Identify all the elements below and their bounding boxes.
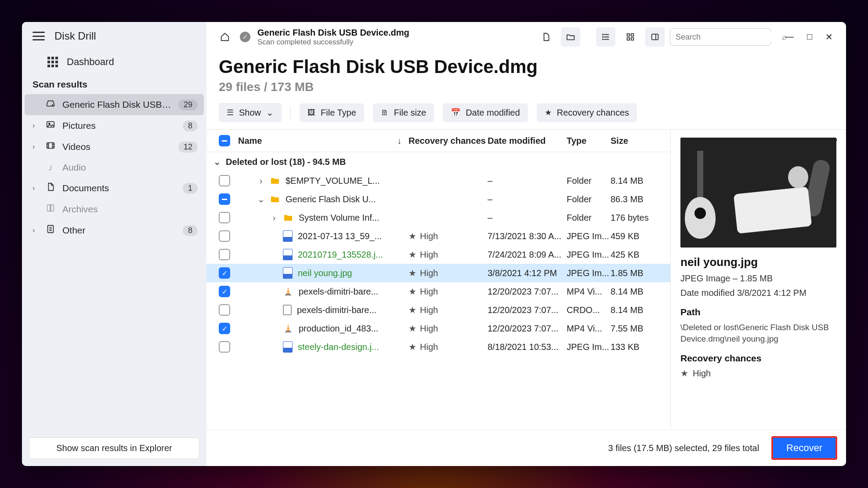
chevron-icon[interactable]: ›	[271, 213, 278, 223]
preview-panel: ⤢ neil young.jpg JPEG Image – 1.85 MB Da…	[670, 130, 846, 430]
search-input[interactable]	[676, 33, 778, 42]
chevron-icon[interactable]: ›	[257, 176, 264, 186]
svg-rect-9	[627, 34, 630, 36]
svg-rect-13	[652, 34, 658, 40]
col-type[interactable]: Type	[567, 136, 611, 146]
row-checkbox[interactable]	[219, 230, 230, 242]
sidebar-item-label: Videos	[62, 142, 172, 152]
star-icon: ★	[409, 286, 416, 297]
star-icon: ★	[545, 108, 552, 117]
col-size[interactable]: Size	[611, 136, 663, 146]
col-name[interactable]: Name↓	[235, 136, 409, 146]
filetype-filter[interactable]: 🖼File Type	[300, 103, 364, 122]
menu-icon[interactable]	[33, 32, 45, 40]
date-cell: –	[488, 213, 567, 223]
file-name: neil young.jpg	[298, 268, 352, 278]
table-row[interactable]: pexels-dimitri-bare... ★High 12/20/2023 …	[206, 301, 670, 319]
row-checkbox[interactable]	[219, 175, 230, 186]
type-cell: CRDO...	[567, 305, 611, 315]
star-icon: ★	[680, 368, 688, 379]
table-row[interactable]: 2021-07-13 13_59_... ★High 7/13/2021 8:3…	[206, 227, 670, 245]
panel-view-icon[interactable]	[645, 27, 665, 47]
date-filter[interactable]: 📅Date modified	[443, 103, 528, 122]
date-cell: 7/24/2021 8:09 A...	[488, 250, 567, 260]
chip-label: File Type	[321, 108, 356, 118]
date-cell: 12/20/2023 7:07...	[488, 287, 567, 297]
recover-button[interactable]: Recover	[771, 436, 837, 460]
row-checkbox[interactable]	[219, 193, 230, 205]
col-recovery[interactable]: Recovery chances	[409, 136, 488, 146]
chip-label: Show	[239, 108, 261, 118]
page-subtitle: 29 files / 173 MB	[219, 80, 834, 94]
type-cell: JPEG Im...	[567, 231, 611, 241]
table-row[interactable]: 20210719_135528.j... ★High 7/24/2021 8:0…	[206, 245, 670, 264]
col-date[interactable]: Date modified	[488, 136, 567, 146]
row-checkbox[interactable]	[219, 304, 230, 316]
sidebar-badge: 1	[183, 183, 198, 194]
sidebar-item-audio[interactable]: ♪ Audio	[22, 157, 206, 178]
file-name: production_id_483...	[299, 324, 378, 334]
file-icon[interactable]	[536, 27, 556, 47]
row-checkbox[interactable]	[219, 267, 230, 279]
table-row[interactable]: production_id_483... ★High 12/20/2023 7:…	[206, 319, 670, 338]
table-row[interactable]: steely-dan-design.j... ★High 8/18/2021 1…	[206, 338, 670, 356]
table-row[interactable]: › $EMPTY_VOLUME_L... – Folder 8.14 MB	[206, 171, 670, 190]
table-row[interactable]: pexels-dimitri-bare... ★High 12/20/2023 …	[206, 282, 670, 301]
close-button[interactable]: ✕	[825, 32, 833, 42]
folder-icon[interactable]	[561, 27, 580, 47]
image-icon	[45, 120, 56, 132]
sidebar-item-archives[interactable]: Archives	[22, 199, 206, 220]
sidebar-item-pictures[interactable]: › Pictures 8	[22, 115, 206, 136]
type-cell: MP4 Vi...	[567, 324, 611, 334]
chevron-down-icon: ⌄	[266, 107, 274, 118]
show-in-explorer-button[interactable]: Show scan results in Explorer	[29, 437, 199, 459]
table-row[interactable]: ⌄ Generic Flash Disk U... – Folder 86.3 …	[206, 190, 670, 208]
svg-rect-3	[47, 143, 54, 149]
home-icon[interactable]	[215, 27, 235, 47]
table-row[interactable]: › System Volume Inf... – Folder 176 byte…	[206, 208, 670, 227]
recovery-value: High	[420, 342, 438, 352]
recovery-value: High	[420, 268, 438, 278]
sidebar-item-drive[interactable]: Generic Flash Disk USB D... 29	[25, 94, 204, 115]
row-checkbox[interactable]	[219, 323, 230, 334]
chevron-right-icon: ›	[33, 184, 39, 192]
file-list[interactable]: ⌄ Deleted or lost (18) - 94.5 MB › $EMPT…	[206, 152, 670, 430]
row-checkbox[interactable]	[219, 212, 230, 223]
drive-icon	[45, 98, 56, 111]
minimize-button[interactable]: —	[785, 32, 794, 42]
page-title: Generic Flash Disk USB Device.dmg	[219, 56, 834, 77]
group-row[interactable]: ⌄ Deleted or lost (18) - 94.5 MB	[206, 152, 670, 171]
search-box[interactable]: ⌕	[670, 28, 771, 46]
recovery-value: High	[420, 231, 438, 241]
filesize-filter[interactable]: 🗎File size	[373, 103, 434, 122]
row-checkbox[interactable]	[219, 249, 230, 260]
svg-rect-14	[287, 290, 289, 291]
chevron-down-icon[interactable]: ⌄	[213, 157, 221, 167]
table-row[interactable]: neil young.jpg ★High 3/8/2021 4:12 PM JP…	[206, 264, 670, 282]
chevron-icon[interactable]: ⌄	[257, 194, 264, 204]
grid-view-icon[interactable]	[621, 27, 640, 47]
sidebar-dashboard[interactable]: Dashboard	[22, 50, 206, 74]
dashboard-icon	[47, 57, 58, 67]
svg-rect-10	[631, 34, 634, 36]
main: ✓ Generic Flash Disk USB Device.dmg Scan…	[206, 22, 846, 466]
sidebar-item-videos[interactable]: › Videos 12	[22, 136, 206, 157]
preview-meta: JPEG Image – 1.85 MB	[680, 273, 836, 284]
type-cell: Folder	[567, 176, 611, 186]
star-icon: ★	[409, 268, 416, 278]
sidebar-item-label: Generic Flash Disk USB D...	[62, 99, 172, 110]
row-checkbox[interactable]	[219, 341, 230, 353]
sidebar-item-documents[interactable]: › Documents 1	[22, 178, 206, 199]
sidebar-item-other[interactable]: › Other 8	[22, 220, 206, 241]
size-cell: 176 bytes	[611, 213, 663, 223]
chevron-right-icon: ›	[33, 122, 39, 130]
show-filter[interactable]: ☰ Show ⌄	[219, 103, 282, 122]
list-view-icon[interactable]	[596, 27, 615, 47]
date-cell: –	[488, 176, 567, 186]
maximize-button[interactable]: □	[807, 32, 812, 42]
recovery-filter[interactable]: ★Recovery chances	[537, 103, 637, 122]
vlc-icon	[283, 286, 293, 297]
file-name: System Volume Inf...	[299, 213, 379, 223]
row-checkbox[interactable]	[219, 286, 230, 297]
select-all-checkbox[interactable]	[219, 135, 230, 146]
